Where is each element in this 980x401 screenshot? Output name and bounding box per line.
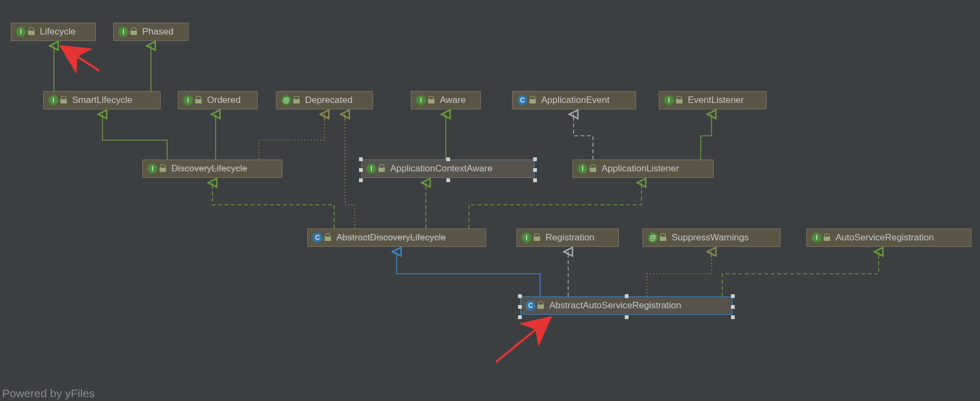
lock-icon [428,96,436,104]
selection-handle[interactable] [625,315,629,319]
selection-handle[interactable] [359,157,363,161]
node-absdisclifecycle[interactable]: CAbstractDiscoveryLifecycle [307,229,486,247]
selection-handle[interactable] [533,157,537,161]
class-badge-icon: C [517,95,528,106]
node-registration[interactable]: IRegistration [516,229,619,247]
node-disclifecycle[interactable]: IDiscoveryLifecycle [142,160,282,178]
interface-badge-icon: I [366,163,377,174]
node-label: EventListener [688,95,744,106]
node-label: Deprecated [305,95,353,106]
node-absautoservice[interactable]: CAbstractAutoServiceRegistration [520,296,733,315]
node-label: Phased [142,26,174,37]
diagram-canvas[interactable]: ILifecycleIPhasedISmartLifecycleIOrdered… [0,0,980,401]
powered-by-footer: Powered by yFiles [2,387,95,400]
node-eventlistener[interactable]: IEventListener [659,91,767,109]
node-label: DiscoveryLifecycle [171,163,247,174]
node-applistener[interactable]: IApplicationListener [572,160,714,178]
lock-icon [534,234,541,241]
node-label: AbstractDiscoveryLifecycle [336,232,446,243]
selection-handle[interactable] [446,178,450,182]
lock-icon [660,234,667,241]
interface-badge-icon: I [147,163,158,174]
selection-handle[interactable] [359,168,363,172]
node-label: Aware [440,95,466,106]
node-label: SmartLifecycle [72,95,132,106]
selection-handle[interactable] [518,305,522,309]
lock-icon [60,96,68,104]
node-phased[interactable]: IPhased [113,23,189,41]
lock-icon [195,96,203,104]
interface-badge-icon: I [577,163,588,174]
node-label: AutoServiceRegistration [836,232,934,243]
node-smartlifecycle[interactable]: ISmartLifecycle [43,91,161,109]
selection-handle[interactable] [731,294,735,298]
lock-icon [676,96,684,104]
selection-handle[interactable] [533,178,537,182]
node-label: Lifecycle [40,26,75,37]
node-ordered[interactable]: IOrdered [178,91,258,109]
lock-icon [529,96,537,104]
lock-icon [130,28,138,36]
interface-badge-icon: I [48,95,59,106]
node-appevent[interactable]: CApplicationEvent [512,91,636,109]
class-badge-icon: C [525,300,536,311]
node-label: AbstractAutoServiceRegistration [549,300,681,311]
class-badge-icon: C [312,232,323,243]
node-label: SuppressWarnings [672,232,749,243]
annotation-arrow [496,320,547,362]
node-label: ApplicationContextAware [390,163,493,174]
lock-icon [378,165,386,172]
selection-handle[interactable] [731,305,735,309]
interface-badge-icon: I [664,95,674,106]
lock-icon [28,28,36,36]
lock-icon [824,234,831,241]
lock-icon [293,96,301,104]
interface-badge-icon: I [118,26,129,37]
interface-badge-icon: I [183,95,194,106]
node-suppresswarn[interactable]: @SuppressWarnings [643,229,781,247]
node-lifecycle[interactable]: ILifecycle [11,23,96,41]
selection-handle[interactable] [446,157,450,161]
node-appctxaware[interactable]: IApplicationContextAware [361,160,535,178]
annotation-badge-icon: @ [647,232,658,243]
lock-icon [160,165,167,172]
node-label: Registration [546,232,595,243]
node-aware[interactable]: IAware [411,91,481,109]
selection-handle[interactable] [518,315,522,319]
node-label: Ordered [207,95,240,106]
annotation-arrow [65,49,99,71]
selection-handle[interactable] [731,315,735,319]
lock-icon [590,165,597,172]
interface-badge-icon: I [416,95,426,106]
interface-badge-icon: I [811,232,822,243]
node-deprecated[interactable]: @Deprecated [276,91,373,109]
node-label: ApplicationEvent [541,95,610,106]
interface-badge-icon: I [16,26,26,37]
lock-icon [537,302,545,309]
node-autoservicereg[interactable]: IAutoServiceRegistration [806,229,971,247]
selection-handle[interactable] [518,294,522,298]
node-label: ApplicationListener [602,163,679,174]
selection-handle[interactable] [625,294,629,298]
edges-layer [0,0,980,401]
selection-handle[interactable] [533,168,537,172]
lock-icon [325,234,332,241]
interface-badge-icon: I [521,232,532,243]
selection-handle[interactable] [359,178,363,182]
annotation-badge-icon: @ [281,95,292,106]
